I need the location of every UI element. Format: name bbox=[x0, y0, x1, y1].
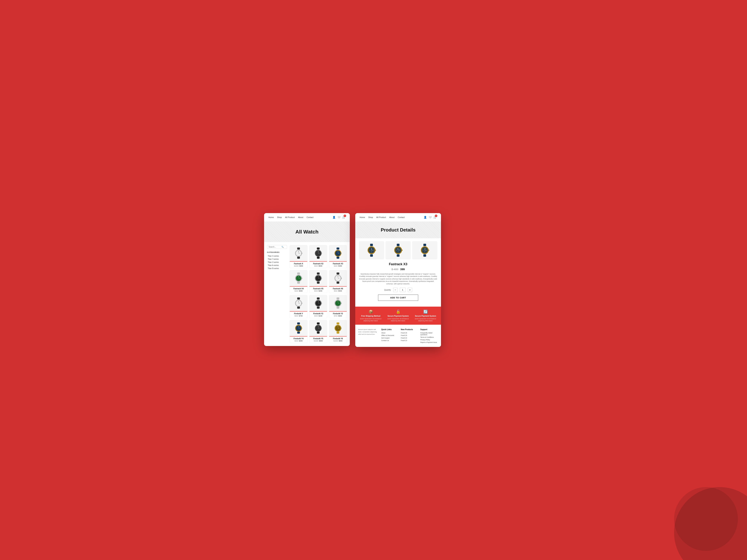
svg-rect-71 bbox=[337, 306, 339, 309]
pd-img-3[interactable] bbox=[412, 241, 437, 259]
quick-link-2[interactable]: Get Coupon bbox=[381, 337, 399, 339]
product-img-wrap-3 bbox=[290, 270, 307, 287]
product-prices-3: $400 $399 bbox=[291, 290, 306, 292]
wishlist-icon-right[interactable]: 🤍 bbox=[429, 216, 432, 219]
price-old-0: $1000 bbox=[294, 265, 299, 267]
price-new-3: $399 bbox=[299, 290, 303, 292]
product-card-6[interactable]: Fireboltt Y $800 $799 bbox=[290, 295, 308, 318]
feature-desc-1: aorem ixpsacdolor sit ameasecur adipisci… bbox=[385, 318, 411, 322]
sidebar: 🔍 CATEGORIES Titan X-series Titan Y-seri… bbox=[267, 245, 287, 343]
svg-rect-131 bbox=[423, 254, 426, 257]
product-card-3[interactable]: Fastrack X4 $400 $399 bbox=[290, 270, 308, 293]
nav-contact-left[interactable]: Contact bbox=[307, 216, 313, 218]
product-img-wrap-10 bbox=[309, 320, 327, 337]
product-card-2[interactable]: Fastrack X3 $400 $399 bbox=[329, 245, 347, 268]
price-new-7: $199 bbox=[318, 315, 322, 317]
right-hero-banner: Product Details bbox=[355, 222, 441, 238]
quick-link-0[interactable]: About bbox=[381, 332, 399, 334]
nav-allproduct-right[interactable]: All Product bbox=[376, 216, 386, 218]
product-prices-11: $1000 $999 bbox=[331, 340, 345, 342]
price-old-5: $600 bbox=[334, 290, 338, 292]
svg-rect-106 bbox=[375, 250, 376, 251]
sidebar-item-2[interactable]: Titan Z-series bbox=[267, 261, 287, 263]
pd-price: $ 400 399 bbox=[359, 268, 437, 271]
support-link-2[interactable]: Privacy Policy bbox=[420, 339, 438, 341]
footer-newproducts-title: New Products bbox=[401, 328, 418, 330]
svg-rect-31 bbox=[297, 282, 300, 284]
svg-rect-22 bbox=[341, 253, 342, 254]
pd-quantity: Quantity − 1 + bbox=[359, 288, 437, 292]
nav-home-right[interactable]: Home bbox=[360, 216, 365, 218]
right-nav: Home Shop All Product About Contact 👤 🤍 … bbox=[355, 213, 441, 222]
product-info-0: Fastrack X $1000 $999 bbox=[290, 262, 307, 268]
product-info-4: Fastrack X5 $300 $299 bbox=[309, 287, 327, 293]
cart-wrap-right[interactable]: 🛒 5 bbox=[434, 216, 437, 219]
product-info-10: Fireboltt Y5 $1000 $999 bbox=[309, 337, 327, 343]
price-new-8: $699 bbox=[338, 315, 342, 317]
price-old-3: $400 bbox=[294, 290, 298, 292]
svg-rect-7 bbox=[297, 257, 300, 259]
product-card-10[interactable]: Fireboltt Y5 $1000 $999 bbox=[309, 320, 327, 343]
nav-about-right[interactable]: About bbox=[389, 216, 394, 218]
sidebar-item-4[interactable]: Titan B-series bbox=[267, 267, 287, 269]
svg-rect-38 bbox=[321, 278, 322, 279]
user-icon-right[interactable]: 👤 bbox=[424, 216, 427, 219]
svg-rect-0 bbox=[297, 247, 300, 249]
product-card-5[interactable]: Fastrack X6 $600 $599 bbox=[329, 270, 347, 293]
price-old-9: $600 bbox=[294, 340, 298, 342]
price-old-10: $1000 bbox=[314, 340, 318, 342]
nav-shop-left[interactable]: Shop bbox=[277, 216, 282, 218]
nav-shop-right[interactable]: Shop bbox=[368, 216, 373, 218]
wishlist-icon-left[interactable]: 🤍 bbox=[337, 216, 340, 219]
product-card-8[interactable]: Fireboltt Y3 $700 $699 bbox=[329, 295, 347, 318]
price-new-6: $799 bbox=[299, 315, 303, 317]
product-card-4[interactable]: Fastrack X5 $300 $299 bbox=[309, 270, 327, 293]
product-info-2: Fastrack X3 $400 $399 bbox=[329, 262, 347, 268]
svg-rect-16 bbox=[337, 247, 339, 249]
search-input[interactable] bbox=[268, 246, 281, 248]
svg-rect-30 bbox=[302, 278, 302, 279]
new-product-link-3[interactable]: Fossil Z3 bbox=[401, 340, 418, 341]
support-link-3[interactable]: Report a Payment Issue bbox=[420, 341, 438, 343]
nav-about-left[interactable]: About bbox=[298, 216, 303, 218]
footer-quick-links: AboutOffers & DiscountsGet CouponContact… bbox=[381, 332, 399, 341]
new-product-link-0[interactable]: Fossil Z6 bbox=[401, 332, 418, 334]
svg-rect-96 bbox=[370, 244, 373, 246]
cart-wrap-left[interactable]: 🛒 5 bbox=[342, 216, 345, 219]
quick-link-1[interactable]: Offers & Discounts bbox=[381, 335, 399, 336]
qty-plus-button[interactable]: + bbox=[408, 288, 412, 292]
product-card-9[interactable]: Fireboltt Y4 $600 $399 bbox=[290, 320, 308, 343]
left-screen: Home Shop All Product About Contact 👤 🤍 … bbox=[264, 213, 350, 346]
product-name-4: Fastrack X5 bbox=[311, 288, 326, 290]
nav-contact-right[interactable]: Contact bbox=[398, 216, 405, 218]
product-card-0[interactable]: Fastrack X $1000 $999 bbox=[290, 245, 308, 268]
support-link-1[interactable]: Terms & Conditions bbox=[420, 336, 438, 338]
footer-brand-col: Asorem ipsum adipolor adit amet, consect… bbox=[358, 328, 380, 344]
pd-img-2[interactable] bbox=[386, 241, 411, 259]
nav-home-left[interactable]: Home bbox=[268, 216, 274, 218]
product-card-11[interactable]: Fireboltt Y6 $1000 $999 bbox=[329, 320, 347, 343]
qty-minus-button[interactable]: − bbox=[393, 288, 397, 292]
price-new-10: $999 bbox=[319, 340, 323, 342]
nav-allproduct-left[interactable]: All Product bbox=[285, 216, 295, 218]
add-to-cart-button[interactable]: ADD TO CART bbox=[378, 295, 418, 301]
product-img-wrap-5 bbox=[329, 270, 347, 287]
user-icon-left[interactable]: 👤 bbox=[332, 216, 336, 219]
new-product-link-1[interactable]: Fossil Z5 bbox=[401, 335, 418, 336]
svg-rect-24 bbox=[297, 272, 300, 274]
search-box[interactable]: 🔍 bbox=[267, 245, 287, 249]
product-card-7[interactable]: Fireboltt Y2 $900 $199 bbox=[309, 295, 327, 318]
sidebar-item-3[interactable]: Titan A-series bbox=[267, 264, 287, 266]
pd-img-1[interactable] bbox=[359, 241, 384, 259]
sidebar-item-0[interactable]: Titan X-series bbox=[267, 255, 287, 257]
quick-link-3[interactable]: Contact Us bbox=[381, 340, 399, 341]
product-info-1: Fastrack X2 $600 $599 bbox=[309, 262, 327, 268]
svg-rect-40 bbox=[337, 272, 339, 274]
support-link-0[interactable]: Frequently Asked Questions bbox=[420, 332, 438, 336]
product-card-1[interactable]: Fastrack X2 $600 $599 bbox=[309, 245, 327, 268]
new-product-link-2[interactable]: Fossil Z4 bbox=[401, 337, 418, 339]
svg-rect-23 bbox=[337, 257, 339, 259]
svg-rect-70 bbox=[341, 303, 342, 304]
sidebar-item-1[interactable]: Titan Y-series bbox=[267, 258, 287, 260]
product-img-wrap-0 bbox=[290, 245, 307, 262]
